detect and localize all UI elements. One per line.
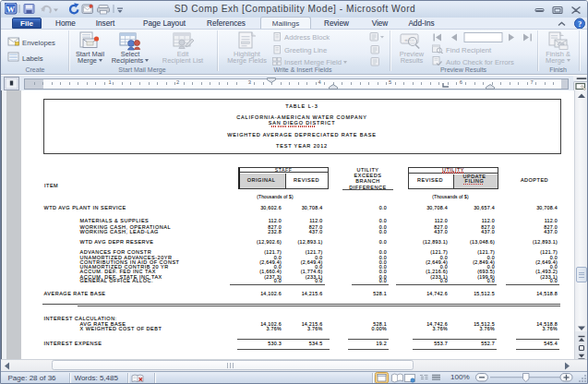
svg-text:?: ? (578, 18, 582, 28)
svg-text:W: W (6, 5, 15, 14)
